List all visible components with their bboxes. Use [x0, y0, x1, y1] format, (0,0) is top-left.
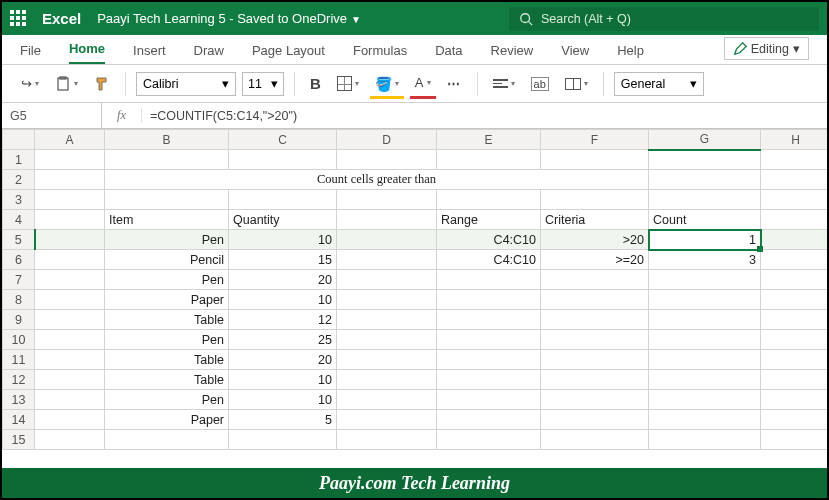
svg-point-0: [521, 13, 530, 22]
app-launcher-icon[interactable]: [10, 10, 28, 28]
search-box[interactable]: Search (Alt + Q): [509, 7, 819, 31]
align-button[interactable]: ▾: [488, 71, 520, 97]
fill-color-button[interactable]: 🪣▾: [370, 71, 404, 97]
tab-draw[interactable]: Draw: [194, 37, 224, 64]
tab-file[interactable]: File: [20, 37, 41, 64]
pencil-icon: [733, 42, 747, 56]
align-left-icon: [493, 79, 508, 88]
spreadsheet-grid[interactable]: A B C D E F G H 1 2Count cells greater t…: [2, 129, 827, 471]
ribbon-toolbar: ↩▾ ▾ Calibri▾ 11▾ B ▾ 🪣▾ A▾ ⋯ ▾ ab ▾ Gen…: [2, 65, 827, 103]
sheet-title[interactable]: Count cells greater than: [105, 170, 649, 190]
chevron-down-icon: ▾: [793, 41, 800, 56]
tab-help[interactable]: Help: [617, 37, 644, 64]
more-formatting-button[interactable]: ⋯: [442, 71, 467, 97]
tab-home[interactable]: Home: [69, 35, 105, 64]
select-all-cell[interactable]: [3, 130, 35, 150]
wrap-text-icon: ab: [531, 77, 549, 91]
ribbon-tabs: File Home Insert Draw Page Layout Formul…: [2, 35, 827, 65]
chevron-down-icon: ▼: [351, 14, 361, 25]
tab-view[interactable]: View: [561, 37, 589, 64]
format-painter-button[interactable]: [89, 71, 115, 97]
search-placeholder: Search (Alt + Q): [541, 12, 631, 26]
footer-watermark: Paayi.com Tech Learning: [2, 468, 827, 498]
paste-button[interactable]: ▾: [50, 71, 83, 97]
tab-formulas[interactable]: Formulas: [353, 37, 407, 64]
merge-button[interactable]: ▾: [560, 71, 593, 97]
bold-button[interactable]: B: [305, 71, 326, 97]
column-headers[interactable]: A B C D E F G H: [3, 130, 828, 150]
formula-bar: G5 fx =COUNTIF(C5:C14,">20"): [2, 103, 827, 129]
formula-input[interactable]: =COUNTIF(C5:C14,">20"): [142, 109, 827, 123]
document-title[interactable]: Paayi Tech Learning 5 - Saved to OneDriv…: [97, 11, 361, 26]
svg-rect-2: [58, 78, 68, 90]
active-cell[interactable]: 1: [649, 230, 761, 250]
clipboard-icon: [55, 76, 71, 92]
fx-icon[interactable]: fx: [102, 108, 142, 123]
merge-icon: [565, 78, 581, 90]
name-box[interactable]: G5: [2, 103, 102, 128]
tab-data[interactable]: Data: [435, 37, 462, 64]
tab-insert[interactable]: Insert: [133, 37, 166, 64]
svg-line-1: [529, 21, 533, 25]
title-bar: Excel Paayi Tech Learning 5 - Saved to O…: [2, 2, 827, 35]
tab-page-layout[interactable]: Page Layout: [252, 37, 325, 64]
borders-button[interactable]: ▾: [332, 71, 364, 97]
wrap-text-button[interactable]: ab: [526, 71, 554, 97]
tab-review[interactable]: Review: [491, 37, 534, 64]
search-icon: [519, 12, 533, 26]
undo-button[interactable]: ↩▾: [16, 71, 44, 97]
number-format-select[interactable]: General▾: [614, 72, 704, 96]
font-size-select[interactable]: 11▾: [242, 72, 284, 96]
paint-bucket-icon: 🪣: [375, 77, 392, 91]
border-icon: [337, 76, 352, 91]
font-family-select[interactable]: Calibri▾: [136, 72, 236, 96]
brush-icon: [94, 76, 110, 92]
editing-mode-button[interactable]: Editing ▾: [724, 37, 809, 60]
app-name: Excel: [42, 10, 81, 27]
font-color-button[interactable]: A▾: [410, 71, 436, 97]
